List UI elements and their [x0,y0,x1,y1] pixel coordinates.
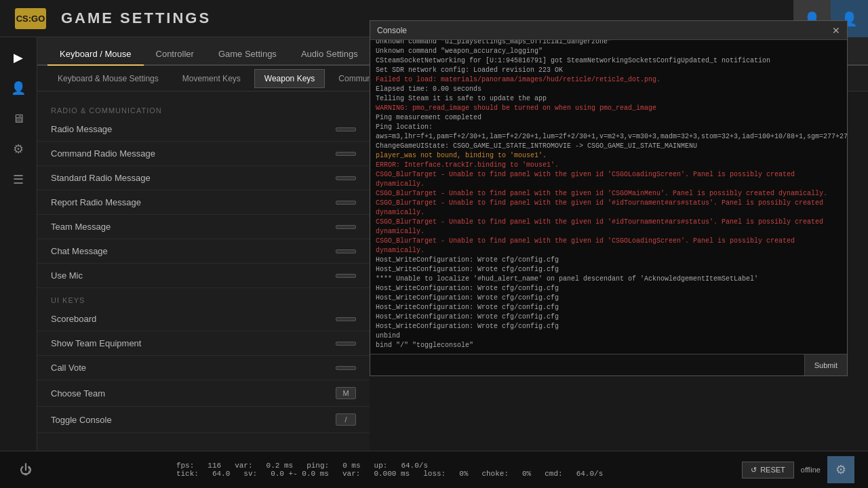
bottom-stats: fps: 116 var: 0.2 ms ping: 0 ms up: 64.0… [176,462,603,478]
subtab-movement-keys[interactable]: Movement Keys [172,69,251,88]
settings-item-show-team-equipment[interactable]: Show Team Equipment [37,331,370,356]
bottom-avatar[interactable]: ⚙ [827,456,854,483]
settings-item-toggle-console[interactable]: Toggle Console / [37,407,370,433]
main-content: Radio & Communication Radio Message Comm… [37,92,370,451]
sidebar-monitor-icon[interactable]: 🖥 [5,105,32,132]
console-submit-button[interactable]: Submit [804,354,847,375]
key-badge-radio-message [336,127,356,131]
reset-icon: ↺ [751,466,757,474]
settings-item-use-mic[interactable]: Use Mic [37,264,370,288]
key-badge-toggle-console: / [336,413,356,426]
settings-item-radio-message[interactable]: Radio Message [37,117,370,142]
category-ui-keys: UI Keys [37,288,370,307]
key-badge-chat-message [336,249,356,253]
settings-item-team-message[interactable]: Team Message [37,215,370,239]
key-badge-report-radio [336,201,356,205]
fps-label: fps: [176,462,194,470]
sidebar-play-icon[interactable]: ▶ [5,44,32,71]
key-badge-team-message [336,225,356,229]
settings-item-chat-message[interactable]: Chat Message [37,239,370,264]
var2-label: var: [342,470,360,478]
reset-button[interactable]: ↺ RESET [742,462,794,479]
stat-row-1: fps: 116 var: 0.2 ms ping: 0 ms up: 64.0… [176,462,603,470]
stat-row-2: tick: 64.0 sv: 0.0 +- 0.0 ms var: 0.000 … [176,470,603,478]
key-badge-standard-radio [336,176,356,180]
var-value: 0.2 ms [267,462,294,470]
key-badge-call-vote [336,366,356,370]
settings-item-scoreboard[interactable]: Scoreboard [37,307,370,331]
loss-value: 0% [459,470,468,478]
bottom-left: ⏻ [14,458,37,482]
settings-item-report-radio[interactable]: Report Radio Message [37,190,370,215]
offline-status: offline [801,466,821,474]
console-title-bar: Console ✕ [370,21,847,40]
sv-value: 0.0 +- 0.0 ms [271,470,329,478]
cmd-value: 64.0/s [576,470,604,478]
up-value: 64.0/s [401,462,428,470]
key-badge-use-mic [336,274,356,278]
console-close-icon[interactable]: ✕ [832,25,840,36]
category-radio: Radio & Communication [37,98,370,117]
key-badge-show-team-equipment [336,342,356,346]
console-input[interactable] [370,361,804,369]
sidebar-person-icon[interactable]: 👤 [5,75,32,102]
ping-value: 0 ms [342,462,360,470]
console-title: Console [377,26,407,35]
fps-value: 116 [208,462,221,470]
ping-label: ping: [307,462,329,470]
tab-controller[interactable]: Controller [144,43,206,66]
tab-audio-settings[interactable]: Audio Settings [289,43,370,66]
tick-value: 64.0 [212,470,230,478]
settings-item-choose-team[interactable]: Choose Team M [37,380,370,407]
choke-label: choke: [481,470,509,478]
console-output[interactable]: Unknown command "joy_lookspin_default"Un… [370,40,847,354]
settings-list: Radio & Communication Radio Message Comm… [37,92,370,440]
subtab-weapon-keys[interactable]: Weapon Keys [254,69,326,88]
bottom-bar: ⏻ fps: 116 var: 0.2 ms ping: 0 ms up: 64… [0,451,868,488]
bottom-right: ↺ RESET offline ⚙ [742,456,854,483]
sidebar-friends-icon[interactable]: ☰ [5,166,32,193]
svg-text:CS:GO: CS:GO [16,14,45,24]
key-badge-choose-team: M [336,387,356,399]
sidebar-settings-icon[interactable]: ⚙ [5,136,32,163]
settings-item-command-radio[interactable]: Command Radio Message [37,142,370,166]
console-input-row: Submit [370,354,847,375]
sv-label: sv: [243,470,257,478]
var2-value: 0.000 ms [374,470,410,478]
reset-label: RESET [760,466,785,474]
settings-item-standard-radio[interactable]: Standard Radio Message [37,166,370,190]
settings-item-call-vote[interactable]: Call Vote [37,356,370,380]
csgo-logo: CS:GO [14,7,47,30]
subtab-keyboard-mouse-settings[interactable]: Keyboard & Mouse Settings [47,69,169,88]
power-icon[interactable]: ⏻ [14,458,37,482]
page-title: GAME SETTINGS [61,9,211,27]
tab-game-settings[interactable]: Game Settings [206,43,289,66]
loss-label: loss: [423,470,446,478]
cmd-label: cmd: [545,470,562,478]
tab-keyboard-mouse[interactable]: Keyboard / Mouse [47,43,144,66]
key-badge-command-radio [336,152,356,156]
var-label: var: [235,462,252,470]
console-overlay: Console ✕ Unknown command "joy_lookspin_… [370,20,848,376]
tick-label: tick: [176,470,199,478]
up-label: up: [374,462,388,470]
choke-value: 0% [522,470,531,478]
key-badge-scoreboard [336,317,356,321]
sidebar: ▶ 👤 🖥 ⚙ ☰ [0,37,37,451]
